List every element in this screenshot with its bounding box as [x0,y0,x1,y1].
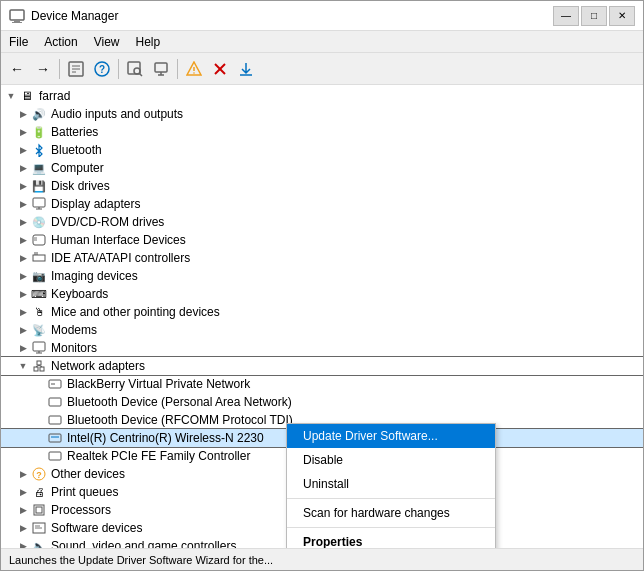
scan-icon [127,61,143,77]
tree-item-computer[interactable]: ▶ Computer [1,159,643,177]
software-label: Software devices [51,521,142,535]
svg-rect-2 [12,22,22,23]
menu-action[interactable]: Action [36,33,85,51]
root-expand-icon: ▼ [5,90,17,102]
display-label: Display adapters [51,197,140,211]
dvd-expand-icon: ▶ [17,216,29,228]
main-area: ▼ farrad ▶ Audio inputs and outputs ▶ Ba… [1,85,643,548]
software-expand-icon: ▶ [17,522,29,534]
svg-rect-33 [34,367,38,371]
sound-expand-icon: ▶ [17,540,29,548]
svg-rect-41 [49,416,61,424]
toolbar-separator-3 [177,59,178,79]
forward-icon [36,61,50,77]
ide-label: IDE ATA/ATAPI controllers [51,251,190,265]
audio-icon [31,106,47,122]
tree-item-audio[interactable]: ▶ Audio inputs and outputs [1,105,643,123]
software-icon [31,520,47,536]
tree-item-hid[interactable]: ▶ Human Interface Devices [1,231,643,249]
imaging-icon [31,268,47,284]
tree-item-bluetooth[interactable]: ▶ Bluetooth [1,141,643,159]
svg-text:?: ? [99,64,105,75]
warning-icon [186,61,202,77]
download-button[interactable] [234,57,258,81]
scan2-button[interactable] [149,57,173,81]
menu-help[interactable]: Help [128,33,169,51]
monitors-expand-icon: ▶ [17,342,29,354]
processors-icon [31,502,47,518]
sound-label: Sound, video and game controllers [51,539,236,548]
modems-icon [31,322,47,338]
mice-icon [31,304,47,320]
back-button[interactable] [5,57,29,81]
back-icon [10,61,24,77]
ctx-separator-1 [287,498,495,499]
tree-item-imaging[interactable]: ▶ Imaging devices [1,267,643,285]
svg-text:?: ? [36,470,42,480]
window-controls: — □ ✕ [553,6,635,26]
svg-rect-44 [49,452,61,460]
close-button[interactable]: ✕ [609,6,635,26]
properties-button[interactable] [64,57,88,81]
tree-item-dvd[interactable]: ▶ DVD/CD-ROM drives [1,213,643,231]
ctx-disable[interactable]: Disable [287,448,495,472]
svg-line-11 [139,73,142,76]
keyboards-label: Keyboards [51,287,108,301]
tree-item-modems[interactable]: ▶ Modems [1,321,643,339]
warning-button[interactable] [182,57,206,81]
blackberry-icon [47,376,63,392]
tree-item-display[interactable]: ▶ Display adapters [1,195,643,213]
scan2-icon [153,61,169,77]
menu-view[interactable]: View [86,33,128,51]
scan-button[interactable] [123,57,147,81]
modems-expand-icon: ▶ [17,324,29,336]
svg-rect-21 [33,198,45,207]
menu-file[interactable]: File [1,33,36,51]
tree-item-bt-pan[interactable]: ▶ Bluetooth Device (Personal Area Networ… [1,393,643,411]
tree-item-mice[interactable]: ▶ Mice and other pointing devices [1,303,643,321]
tree-item-batteries[interactable]: ▶ Batteries [1,123,643,141]
tree-root[interactable]: ▼ farrad [1,87,643,105]
tree-item-keyboards[interactable]: ▶ Keyboards [1,285,643,303]
computer-expand-icon: ▶ [17,162,29,174]
ctx-properties[interactable]: Properties [287,530,495,548]
bt-rfcomm-icon [47,412,63,428]
ctx-update-driver[interactable]: Update Driver Software... [287,424,495,448]
dvd-icon [31,214,47,230]
forward-button[interactable] [31,57,55,81]
svg-rect-0 [10,10,24,20]
disk-expand-icon: ▶ [17,180,29,192]
svg-rect-27 [33,255,45,261]
tree-item-monitors[interactable]: ▶ Monitors [1,339,643,357]
toolbar-separator-1 [59,59,60,79]
batteries-label: Batteries [51,125,98,139]
tree-item-disk[interactable]: ▶ Disk drives [1,177,643,195]
help-button[interactable]: ? [90,57,114,81]
tree-item-network[interactable]: ▼ Network adapters [1,357,643,375]
tree-item-blackberry[interactable]: ▶ BlackBerry Virtual Private Network [1,375,643,393]
batteries-icon [31,124,47,140]
realtek-label: Realtek PCIe FE Family Controller [67,449,250,463]
minimize-button[interactable]: — [553,6,579,26]
ctx-uninstall[interactable]: Uninstall [287,472,495,496]
bluetooth-expand-icon: ▶ [17,144,29,156]
tree-item-ide[interactable]: ▶ IDE ATA/ATAPI controllers [1,249,643,267]
dvd-label: DVD/CD-ROM drives [51,215,164,229]
bluetooth-label: Bluetooth [51,143,102,157]
monitors-icon [31,340,47,356]
menu-bar: File Action View Help [1,31,643,53]
svg-rect-1 [14,20,20,22]
hid-label: Human Interface Devices [51,233,186,247]
svg-rect-48 [36,507,42,513]
batteries-expand-icon: ▶ [17,126,29,138]
other-icon: ? [31,466,47,482]
monitors-label: Monitors [51,341,97,355]
imaging-expand-icon: ▶ [17,270,29,282]
remove-button[interactable] [208,57,232,81]
device-tree[interactable]: ▼ farrad ▶ Audio inputs and outputs ▶ Ba… [1,85,643,548]
maximize-button[interactable]: □ [581,6,607,26]
ctx-scan-hw[interactable]: Scan for hardware changes [287,501,495,525]
other-expand-icon: ▶ [17,468,29,480]
realtek-icon [47,448,63,464]
context-menu: Update Driver Software... Disable Uninst… [286,423,496,548]
